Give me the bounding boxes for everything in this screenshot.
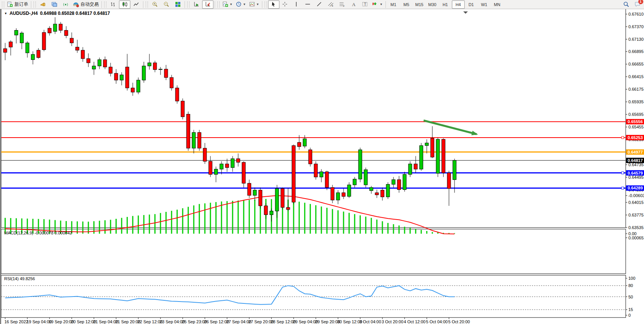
auto-scroll-button[interactable] — [191, 0, 202, 9]
line-chart-button[interactable] — [130, 0, 142, 9]
rsi-axis-label: 0 — [628, 313, 631, 318]
x-axis-label: 30 Sep 12:00 — [337, 319, 362, 324]
arrows-icon — [373, 1, 379, 8]
bull-candle — [425, 143, 429, 146]
bear-candle — [181, 101, 185, 117]
period-button-m15[interactable]: M15 — [413, 0, 426, 9]
period-button-m30[interactable]: M30 — [426, 0, 439, 9]
new-order-button[interactable]: 新订单 — [5, 0, 30, 9]
period-button-mn[interactable]: MN — [491, 0, 504, 9]
main-toolbar: 新订单自动交易▼▼▼EFAT▼M1M5M15M30H1H4D1W1MN1 — [0, 0, 644, 9]
chart-dropdown-icon[interactable]: ▼ — [4, 12, 7, 15]
y-axis-label: 0.67130 — [628, 37, 644, 42]
line-handle[interactable] — [622, 136, 624, 139]
y-axis-label: 0.65695 — [628, 112, 644, 117]
bear-candle — [9, 42, 13, 47]
signal-button[interactable] — [60, 0, 71, 9]
vline-icon — [293, 1, 300, 8]
equidistant-channel-button[interactable]: E — [325, 0, 337, 9]
publish-icon — [40, 1, 46, 8]
bull-candle — [453, 160, 456, 180]
period-button-d1[interactable]: D1 — [465, 0, 478, 9]
line-handle[interactable] — [622, 187, 624, 189]
bear-candle — [297, 143, 301, 147]
bull-candle — [137, 80, 140, 92]
bar-chart-button[interactable] — [108, 0, 119, 9]
period-button-h4[interactable]: H4 — [452, 0, 465, 9]
x-axis-label: 19 Sep 04:00 — [27, 319, 51, 324]
rsi-axis-label: 80 — [628, 283, 633, 288]
toolbar-separator — [31, 1, 31, 8]
bear-candle — [286, 207, 290, 209]
y-axis-label: 0.66655 — [628, 62, 644, 66]
period-button-h1[interactable]: H1 — [439, 0, 452, 9]
rsi-axis-label: 15 — [628, 307, 633, 312]
periods-button[interactable]: ▼ — [234, 0, 247, 9]
price-badge-label: 0.64289 — [628, 186, 643, 190]
vertical-line-button[interactable] — [291, 0, 302, 9]
tile-windows-button[interactable] — [172, 0, 183, 9]
arrows-button[interactable]: ▼ — [371, 0, 384, 9]
bull-candle — [53, 24, 57, 31]
x-axis-label: 21 Sep 04:00 — [93, 319, 118, 324]
screens-icon — [51, 1, 58, 8]
indicators-button[interactable]: ▼ — [221, 0, 234, 9]
toolbar-grip — [2, 2, 4, 8]
bull-candle — [159, 69, 162, 69]
y-axis-label: 0.65935 — [628, 99, 644, 104]
period-button-w1[interactable]: W1 — [478, 0, 491, 9]
bear-candle — [430, 138, 434, 157]
period-button-m5[interactable]: M5 — [400, 0, 413, 9]
crosshair-button[interactable] — [279, 0, 291, 9]
bull-candle — [14, 30, 18, 35]
labelT-icon: T — [362, 1, 368, 8]
bear-candle — [325, 172, 329, 188]
bear-candle — [37, 50, 40, 58]
zoom-in-button[interactable] — [149, 0, 161, 9]
y-axis-label: 0.67370 — [628, 24, 644, 29]
price-chart-canvas[interactable]: 0.676100.673700.671300.668950.666550.664… — [1, 9, 644, 324]
bear-candle — [198, 133, 201, 148]
terminals-button[interactable] — [48, 0, 60, 9]
cursor-button[interactable] — [268, 0, 279, 9]
zoom-out-button[interactable] — [161, 0, 172, 9]
horizontal-line-button[interactable] — [302, 0, 314, 9]
bull-candle — [148, 63, 151, 66]
chart-shift-button[interactable] — [202, 0, 214, 9]
publish-button[interactable] — [37, 0, 48, 9]
bull-candle — [303, 139, 307, 146]
chart-window[interactable]: 0.676100.673700.671300.668950.666550.664… — [0, 9, 644, 324]
bull-candle — [408, 164, 412, 174]
fibonacci-button[interactable]: F — [337, 0, 348, 9]
autotrading-button[interactable]: 自动交易 — [71, 0, 100, 9]
bull-candle — [214, 169, 218, 175]
textA-icon: A — [350, 1, 357, 8]
notifications-button[interactable]: 1 — [632, 0, 643, 9]
x-axis-label: 28 Sep 12:00 — [271, 319, 296, 324]
symbol-timeframe-label: AUDUSD-,H4 — [10, 11, 38, 16]
toolbar-separator — [143, 1, 143, 8]
new-order-button-label: 新订单 — [14, 1, 28, 8]
svg-text:E: E — [332, 5, 333, 7]
bear-candle — [342, 193, 345, 197]
bear-candle — [42, 32, 46, 50]
search-button[interactable] — [620, 0, 632, 9]
templates-button[interactable]: ▼ — [247, 0, 261, 9]
bull-candle — [92, 66, 96, 69]
x-axis-label: 29 Sep 20:00 — [315, 319, 340, 324]
line-handle[interactable] — [622, 172, 624, 174]
trendline-button[interactable] — [314, 0, 325, 9]
candlestick-button[interactable] — [119, 0, 130, 9]
text-label-button[interactable]: T — [360, 0, 371, 9]
period-button-m1[interactable]: M1 — [387, 0, 400, 9]
bull-candle — [358, 150, 362, 179]
bull-candle — [220, 164, 223, 169]
text-button[interactable]: A — [348, 0, 360, 9]
bear-candle — [59, 24, 63, 30]
bear-candle — [247, 183, 251, 196]
ohlc-quote-label: 0.64988 0.65028 0.64817 0.64817 — [40, 11, 110, 16]
macd-axis-label: 0.00 — [628, 231, 636, 236]
toolbar-separator — [262, 1, 262, 8]
bear-candle — [48, 28, 51, 33]
chart-background — [1, 9, 644, 324]
